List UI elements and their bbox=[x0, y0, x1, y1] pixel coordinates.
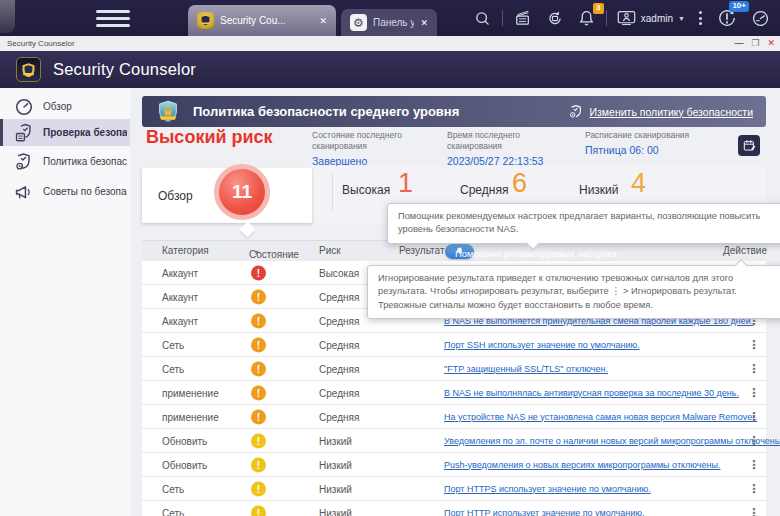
risk-cell: Средняя bbox=[319, 291, 359, 302]
desktop-taskbar: Security Cou...✕⚙Панель упра...✕ 3 xadmi… bbox=[0, 0, 780, 36]
severity-label: Низкий bbox=[579, 183, 619, 197]
policy-level-title: Политика безопасности среднего уровня bbox=[193, 104, 459, 119]
minimize-icon[interactable]: — bbox=[734, 39, 743, 48]
total-issues-badge: 11 bbox=[214, 164, 270, 220]
app-tabs: Security Cou...✕⚙Панель упра...✕ bbox=[188, 0, 442, 36]
tab-overview[interactable]: Обзор 11 bbox=[142, 168, 312, 223]
scan-info-label: Расписание сканирования bbox=[585, 130, 715, 141]
sidebar: ОбзорПроверка безопасно...Политика безоп… bbox=[0, 88, 131, 516]
row-actions-menu-icon[interactable]: ⋮ bbox=[748, 506, 760, 516]
row-actions-menu-icon[interactable]: ⋮ bbox=[748, 458, 760, 472]
app-tab[interactable]: ⚙Панель упра...✕ bbox=[341, 9, 437, 36]
risk-cell: Низкий bbox=[319, 483, 352, 494]
scan-info-value: Пятница 06: 00 bbox=[585, 144, 715, 156]
search-icon[interactable] bbox=[474, 10, 491, 27]
close-icon[interactable]: ✕ bbox=[767, 39, 775, 48]
system-tray: 3 xadmin ▼ 10+ bbox=[467, 0, 780, 36]
status-exclamation-icon: ! bbox=[251, 361, 266, 376]
restart-queue-icon[interactable] bbox=[546, 10, 564, 27]
category-cell: Сеть bbox=[162, 483, 184, 494]
sidebar-item-label: Политика безопаснос... bbox=[43, 156, 127, 167]
app-tab[interactable]: Security Cou...✕ bbox=[188, 5, 336, 36]
risk-cell: Средняя bbox=[319, 339, 359, 350]
main-menu-icon[interactable] bbox=[96, 10, 130, 27]
shield-check-doc-icon bbox=[14, 123, 34, 143]
result-link[interactable]: Push-уведомления о новых версиях микропр… bbox=[444, 460, 721, 470]
risk-cell: Средняя bbox=[319, 363, 359, 374]
restore-icon[interactable]: ❐ bbox=[751, 39, 759, 48]
background-tasks-icon[interactable] bbox=[514, 10, 532, 26]
row-actions-menu-icon[interactable]: ⋮ bbox=[748, 410, 760, 424]
user-menu[interactable]: xadmin ▼ bbox=[617, 10, 685, 26]
category-cell: Обновить bbox=[162, 459, 207, 470]
gear-icon: ⚙ bbox=[350, 14, 367, 31]
table-row: Сеть!НизкийПорт HTTP использует значение… bbox=[142, 501, 766, 516]
ignore-result-tooltip: Игнорирование результата приведет к откл… bbox=[367, 265, 780, 319]
tab-close-icon[interactable]: ✕ bbox=[420, 18, 428, 28]
app-header: Security Counselor bbox=[0, 51, 780, 88]
assistant-tooltip: Помощник рекомендуемых настроек предлага… bbox=[387, 203, 780, 244]
header-category: Категория bbox=[162, 245, 209, 256]
row-actions-menu-icon[interactable]: ⋮ bbox=[748, 386, 760, 400]
header-risk: Риск bbox=[319, 245, 341, 256]
recommended-settings-assistant-button[interactable]: Помощник рекомендуемых настроек bbox=[445, 244, 474, 259]
megaphone-icon bbox=[14, 182, 34, 202]
status-exclamation-icon: ! bbox=[251, 289, 266, 304]
table-row: Сеть!Средняя"FTP защищенный SSL/TLS" отк… bbox=[142, 357, 766, 381]
table-row: Обновить!НизкийPush-уведомления о новых … bbox=[142, 453, 766, 477]
result-link[interactable]: Порт HTTP использует значение по умолчан… bbox=[444, 508, 645, 516]
result-link[interactable]: На устройстве NAS не установлена самая н… bbox=[444, 412, 757, 422]
edit-schedule-icon[interactable] bbox=[738, 135, 760, 156]
change-policy-link[interactable]: Изменить политику безопасности bbox=[568, 96, 754, 127]
notification-count-badge: 3 bbox=[593, 3, 603, 14]
active-tab-pointer bbox=[240, 222, 256, 238]
table-row: применение!СредняяНа устройстве NAS не у… bbox=[142, 405, 766, 429]
row-actions-menu-icon[interactable]: ⋮ bbox=[748, 362, 760, 376]
status-exclamation-icon: ! bbox=[251, 433, 266, 448]
row-actions-menu-icon[interactable]: ⋮ bbox=[748, 434, 760, 448]
user-icon bbox=[617, 10, 636, 26]
category-cell: Аккаунт bbox=[162, 291, 198, 302]
severity-count: 1 bbox=[398, 168, 413, 199]
table-row: применение!СредняяВ NAS не выполнялась а… bbox=[142, 381, 766, 405]
category-cell: Обновить bbox=[162, 435, 207, 446]
severity-count: 6 bbox=[512, 168, 527, 199]
risk-cell: Средняя bbox=[319, 315, 359, 326]
result-link[interactable]: Порт SSH использует значение по умолчани… bbox=[444, 340, 640, 350]
header-action: Действие bbox=[723, 245, 767, 256]
tab-close-icon[interactable]: ✕ bbox=[319, 16, 327, 26]
status-exclamation-icon: ! bbox=[251, 337, 266, 352]
wallpaper-corner bbox=[0, 0, 15, 33]
app-tab-label: Security Cou... bbox=[220, 15, 313, 26]
table-row: Обновить!НизкийУведомления по эл. почте … bbox=[142, 429, 766, 453]
category-cell: применение bbox=[162, 387, 219, 398]
scan-info-column: Состояние последнего сканированияЗаверше… bbox=[312, 130, 442, 167]
risk-level-text: Высокий риск bbox=[146, 127, 273, 148]
notifications-bell-icon[interactable]: 3 bbox=[578, 9, 595, 27]
more-options-icon[interactable] bbox=[699, 11, 702, 25]
status-exclamation-icon: ! bbox=[251, 385, 266, 400]
category-cell: применение bbox=[162, 411, 219, 422]
dashboard-icon[interactable] bbox=[751, 9, 770, 28]
result-link[interactable]: Уведомления по эл. почте о наличии новых… bbox=[444, 436, 780, 446]
result-link[interactable]: "FTP защищенный SSL/TLS" отключен. bbox=[444, 364, 608, 374]
table-row: Сеть!НизкийПорт HTTPS использует значени… bbox=[142, 477, 766, 501]
sidebar-item[interactable]: Советы по безопасно... bbox=[0, 178, 130, 205]
risk-cell: Средняя bbox=[319, 387, 359, 398]
sidebar-item-label: Советы по безопасно... bbox=[43, 186, 127, 197]
sidebar-item[interactable]: Проверка безопасно... bbox=[0, 119, 133, 146]
result-link[interactable]: Порт HTTPS использует значение по умолча… bbox=[444, 484, 651, 494]
sidebar-item[interactable]: Обзор bbox=[0, 93, 130, 120]
result-link[interactable]: В NAS не выполнялась антивирусная провер… bbox=[444, 388, 739, 398]
header-result: Результат bbox=[399, 245, 444, 256]
risk-cell: Высокая bbox=[319, 267, 359, 278]
category-cell: Аккаунт bbox=[162, 315, 198, 326]
window-title: Security Counselor bbox=[7, 39, 75, 48]
status-exclamation-icon: ! bbox=[251, 409, 266, 424]
overview-tab-label: Обзор bbox=[158, 189, 193, 203]
status-exclamation-icon: ! bbox=[251, 457, 266, 472]
row-actions-menu-icon[interactable]: ⋮ bbox=[748, 338, 760, 352]
resource-monitor-icon[interactable]: 10+ bbox=[717, 8, 737, 28]
sidebar-item[interactable]: Политика безопаснос... bbox=[0, 148, 130, 175]
row-actions-menu-icon[interactable]: ⋮ bbox=[748, 482, 760, 496]
